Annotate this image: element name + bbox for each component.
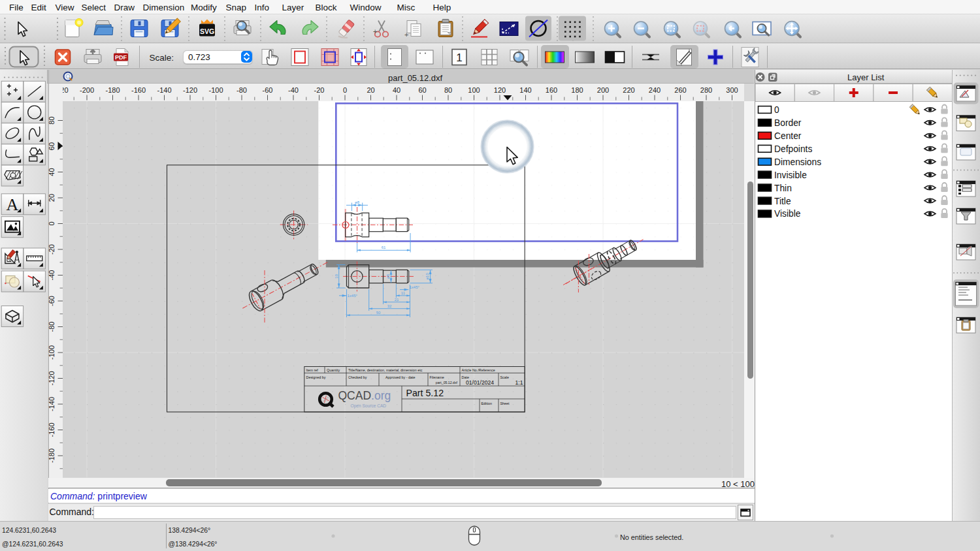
svg-text:Part 5.12: Part 5.12 bbox=[406, 388, 444, 398]
svg-text:Edition: Edition bbox=[482, 401, 492, 405]
svg-text:Approved by - date: Approved by - date bbox=[385, 375, 416, 379]
svg-text:Item ref: Item ref bbox=[306, 368, 319, 372]
svg-text:-100: -100 bbox=[48, 345, 56, 360]
svg-text:Open Source CAD: Open Source CAD bbox=[351, 403, 387, 409]
svg-text:Checked by: Checked by bbox=[348, 375, 367, 379]
svg-text:part_05.12.dxf: part_05.12.dxf bbox=[436, 381, 458, 385]
svg-text:1:1: 1:1 bbox=[515, 379, 523, 386]
svg-text:Designed by: Designed by bbox=[306, 375, 326, 379]
svg-text:Title/Name, destination, mater: Title/Name, destination, material, dimen… bbox=[348, 368, 423, 372]
svg-text:-160: -160 bbox=[48, 422, 56, 437]
svg-text:-180: -180 bbox=[48, 449, 56, 463]
svg-text:-140: -140 bbox=[48, 397, 56, 411]
svg-text:-120: -120 bbox=[48, 371, 56, 385]
svg-text:Article No./Reference: Article No./Reference bbox=[462, 368, 495, 372]
svg-text:Quantity: Quantity bbox=[327, 368, 340, 372]
svg-text:01/01/2024: 01/01/2024 bbox=[466, 379, 494, 386]
svg-text:Scale: Scale bbox=[500, 375, 510, 379]
svg-text:Filename: Filename bbox=[430, 375, 444, 379]
svg-text:QCAD.org: QCAD.org bbox=[338, 389, 391, 402]
svg-text:Sheet: Sheet bbox=[500, 401, 510, 405]
